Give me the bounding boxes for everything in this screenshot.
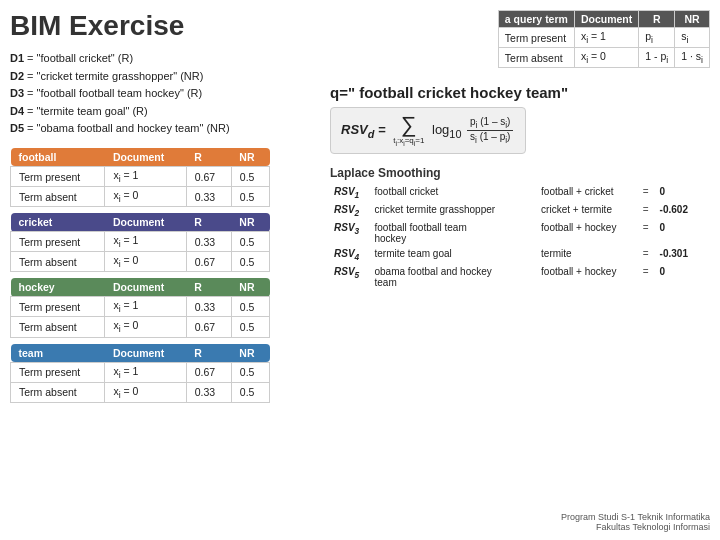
table-row: Term present xi = 1 0.67 0.5 [11,362,270,382]
left-panel: D1 = "football cricket" (R) D2 = "cricke… [10,50,310,409]
team-label: team [11,344,105,363]
table-row: Term present xi = 1 0.33 0.5 [11,297,270,317]
table-row: Term absent xi = 0 0.67 0.5 [11,317,270,337]
table-row: Term absent xi = 0 0.33 0.5 [11,382,270,402]
rsv-row-1: RSV1 football cricket football + cricket… [330,184,700,202]
table-row: Term present xi = 1 0.33 0.5 [11,232,270,252]
rsv-row-2: RSV2 cricket termite grasshopper cricket… [330,202,700,220]
page: BIM Exercise D1 = "football cricket" (R)… [0,0,720,540]
cricket-label: cricket [11,213,105,232]
query-info-table: a query term Document R NR Term present … [498,10,710,68]
formula-fraction: pi (1 – si) si (1 – pi) [467,116,513,145]
footer-line1: Program Studi S-1 Teknik Informatika [561,512,710,522]
doc-item-d5: D5 = "obama football and hockey team" (N… [10,120,310,138]
rsv-row-5: RSV5 obama footbal and hockeyteam footba… [330,264,700,290]
right-panel: a query term Document R NR Term present … [330,10,710,290]
doc-item-d4: D4 = "termite team goal" (R) [10,103,310,121]
table-row: Term present xi = 1 0.67 0.5 [11,166,270,186]
team-table: team Document R NR Term present xi = 1 0… [10,344,310,403]
laplace-title: Laplace Smoothing [330,166,710,180]
footer: Program Studi S-1 Teknik Informatika Fak… [561,512,710,532]
query-title: q=" football cricket hockey team" [330,84,710,101]
formula-sum: ∑ ti:xi=qi=1 [393,114,424,147]
rsv-row-3: RSV3 football football teamhockey footba… [330,220,700,246]
table-row: Term present xi = 1 pi si [498,28,709,48]
query-info-area: a query term Document R NR Term present … [330,10,710,76]
cricket-table: cricket Document R NR Term present xi = … [10,213,310,272]
doc-item-d3: D3 = "football football team hockey" (R) [10,85,310,103]
formula-rsv-label: RSVd = [341,122,386,137]
hockey-table: hockey Document R NR Term present xi = 1… [10,278,310,337]
table-row: Term absent xi = 0 1 - pi 1 · si [498,48,709,68]
formula-log: log10 [432,122,461,137]
table-row: Term absent xi = 0 0.33 0.5 [11,187,270,207]
doc-item-d2: D2 = "cricket termite grasshopper" (NR) [10,68,310,86]
football-label: football [11,148,105,167]
term-tables: football Document R NR Term present xi =… [10,148,310,403]
doc-list: D1 = "football cricket" (R) D2 = "cricke… [10,50,310,138]
rsv-table: RSV1 football cricket football + cricket… [330,184,700,290]
footer-line2: Fakultas Teknologi Informasi [596,522,710,532]
hockey-label: hockey [11,278,105,297]
doc-item-d1: D1 = "football cricket" (R) [10,50,310,68]
football-table: football Document R NR Term present xi =… [10,148,310,207]
rsv-row-4: RSV4 termite team goal termite = -0.301 [330,246,700,264]
formula-box: RSVd = ∑ ti:xi=qi=1 log10 pi (1 – si) si… [330,107,526,154]
table-row: Term absent xi = 0 0.67 0.5 [11,252,270,272]
